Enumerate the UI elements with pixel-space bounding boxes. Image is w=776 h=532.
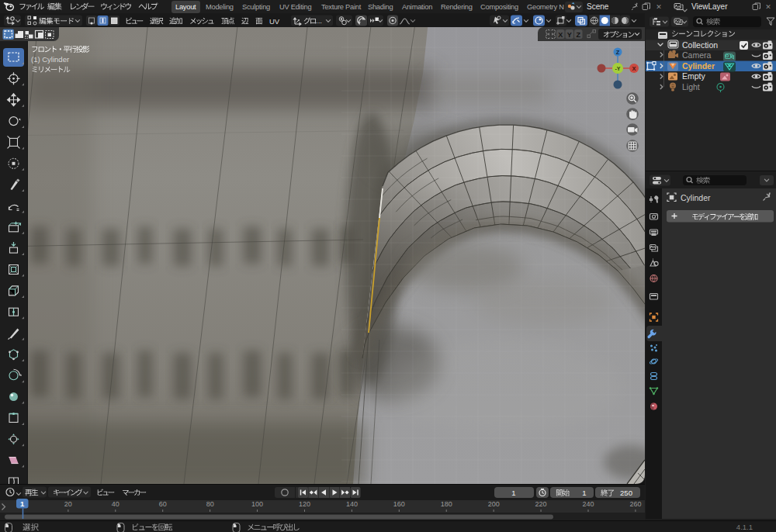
svg-text:Animation: Animation	[402, 3, 432, 11]
svg-text:160: 160	[393, 500, 405, 508]
svg-text:Shading: Shading	[368, 3, 393, 11]
svg-text:UV Editing: UV Editing	[279, 3, 312, 11]
svg-text:Texture Paint: Texture Paint	[321, 3, 362, 11]
svg-text:1: 1	[20, 499, 25, 508]
svg-text:Sculpting: Sculpting	[242, 3, 270, 11]
svg-text:(1) Cylinder: (1) Cylinder	[31, 55, 69, 64]
svg-text:X: X	[632, 65, 636, 72]
svg-text:X: X	[558, 31, 563, 39]
svg-text:Modeling: Modeling	[206, 3, 234, 11]
svg-text:240: 240	[582, 500, 594, 508]
svg-text:4.1.1: 4.1.1	[736, 523, 753, 531]
svg-text:200: 200	[488, 500, 500, 508]
svg-text:1: 1	[511, 489, 515, 497]
svg-text:180: 180	[441, 500, 452, 508]
svg-text:Collection: Collection	[682, 40, 718, 50]
svg-text:1: 1	[582, 489, 586, 497]
svg-text:100: 100	[251, 500, 263, 508]
svg-text:40: 40	[112, 500, 120, 508]
svg-text:220: 220	[535, 500, 547, 508]
svg-text:Layout: Layout	[175, 3, 196, 11]
svg-text:60: 60	[159, 500, 167, 508]
svg-text:Z: Z	[616, 49, 620, 56]
svg-text:260: 260	[629, 500, 641, 508]
svg-text:Scene: Scene	[587, 2, 609, 11]
svg-text:140: 140	[346, 500, 358, 508]
svg-text:-Y: -Y	[615, 66, 621, 71]
svg-text:250: 250	[620, 489, 632, 497]
svg-text:Geometry N: Geometry N	[527, 3, 564, 11]
svg-text:Compositing: Compositing	[480, 3, 518, 11]
svg-text:80: 80	[206, 500, 214, 508]
svg-text:20: 20	[64, 500, 72, 508]
svg-text:...: ...	[316, 16, 322, 25]
svg-text:Y: Y	[567, 31, 572, 39]
svg-text:Cylinder: Cylinder	[682, 61, 715, 71]
svg-text:Camera: Camera	[682, 50, 712, 60]
svg-text:Rendering: Rendering	[441, 3, 473, 11]
svg-text:Cylinder: Cylinder	[681, 193, 711, 202]
svg-text:Light: Light	[682, 82, 700, 92]
svg-text:Z: Z	[576, 31, 580, 39]
svg-text:120: 120	[299, 500, 310, 508]
svg-text:✕: ✕	[765, 3, 771, 11]
svg-text:ViewLayer: ViewLayer	[691, 2, 728, 11]
svg-text:Empty: Empty	[682, 71, 706, 81]
svg-text:UV: UV	[269, 17, 280, 26]
svg-text:✕: ✕	[656, 3, 662, 11]
